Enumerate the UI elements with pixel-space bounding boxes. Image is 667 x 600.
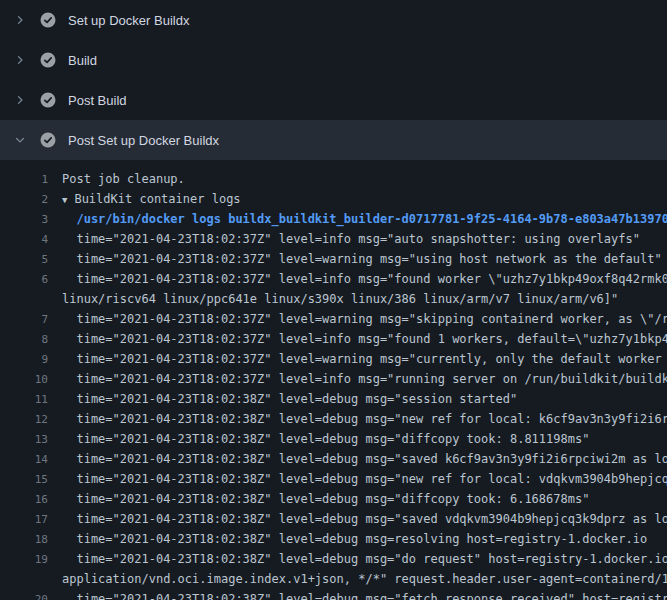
- log-line: 1Post job cleanup.: [0, 169, 667, 189]
- log-line: 8 time="2021-04-23T18:02:37Z" level=info…: [0, 329, 667, 349]
- line-number[interactable]: 11: [0, 390, 48, 409]
- line-number[interactable]: 16: [0, 490, 48, 509]
- log-line: 17 time="2021-04-23T18:02:38Z" level=deb…: [0, 509, 667, 529]
- log-text: time="2021-04-23T18:02:38Z" level=debug …: [62, 409, 667, 429]
- line-number[interactable]: 1: [0, 170, 48, 189]
- log-text: time="2021-04-23T18:02:37Z" level=info m…: [62, 369, 667, 389]
- line-number[interactable]: 18: [0, 530, 48, 549]
- line-number[interactable]: 2: [0, 190, 48, 209]
- log-line: 11 time="2021-04-23T18:02:38Z" level=deb…: [0, 389, 667, 409]
- log-text: time="2021-04-23T18:02:38Z" level=debug …: [62, 489, 589, 509]
- log-lines-container: 1Post job cleanup.2▼BuildKit container l…: [0, 160, 667, 600]
- step-label: Build: [68, 53, 97, 68]
- log-text: time="2021-04-23T18:02:38Z" level=debug …: [62, 449, 667, 469]
- log-text: time="2021-04-23T18:02:38Z" level=debug …: [62, 429, 589, 449]
- log-text: time="2021-04-23T18:02:37Z" level=warnin…: [62, 309, 667, 329]
- log-line: 13 time="2021-04-23T18:02:38Z" level=deb…: [0, 429, 667, 449]
- log-command-text: /usr/bin/docker logs buildx_buildkit_bui…: [62, 209, 667, 229]
- log-text: time="2021-04-23T18:02:38Z" level=debug …: [62, 389, 517, 409]
- chevron-down-icon[interactable]: [12, 132, 28, 148]
- log-text: time="2021-04-23T18:02:37Z" level=warnin…: [62, 249, 662, 269]
- log-line: 20 time="2021-04-23T18:02:38Z" level=deb…: [0, 589, 667, 600]
- line-number[interactable]: 5: [0, 250, 48, 269]
- line-number[interactable]: 4: [0, 230, 48, 249]
- log-line: 4 time="2021-04-23T18:02:37Z" level=info…: [0, 229, 667, 249]
- step-row-post-build[interactable]: Post Build: [0, 80, 667, 120]
- log-line: 14 time="2021-04-23T18:02:38Z" level=deb…: [0, 449, 667, 469]
- log-text: time="2021-04-23T18:02:38Z" level=debug …: [62, 549, 667, 569]
- line-number[interactable]: 3: [0, 210, 48, 229]
- success-check-icon: [40, 52, 56, 68]
- log-text: time="2021-04-23T18:02:37Z" level=info m…: [62, 269, 667, 289]
- group-collapse-icon[interactable]: ▼: [62, 190, 67, 209]
- line-number[interactable]: 19: [0, 550, 48, 569]
- log-line-continuation: application/vnd.oci.image.index.v1+json,…: [0, 569, 667, 589]
- log-line: 3 /usr/bin/docker logs buildx_buildkit_b…: [0, 209, 667, 229]
- line-number[interactable]: 15: [0, 470, 48, 489]
- log-text: time="2021-04-23T18:02:37Z" level=info m…: [62, 329, 667, 349]
- log-text: time="2021-04-23T18:02:38Z" level=debug …: [62, 589, 667, 600]
- log-group-title[interactable]: BuildKit container logs: [74, 189, 240, 209]
- chevron-right-icon[interactable]: [12, 12, 28, 28]
- step-row-post-set-up-docker-buildx[interactable]: Post Set up Docker Buildx: [0, 120, 667, 160]
- log-text: time="2021-04-23T18:02:38Z" level=debug …: [62, 529, 647, 549]
- log-text: time="2021-04-23T18:02:38Z" level=debug …: [62, 509, 667, 529]
- step-row-set-up-docker-buildx[interactable]: Set up Docker Buildx: [0, 0, 667, 40]
- log-text: time="2021-04-23T18:02:37Z" level=info m…: [62, 229, 640, 249]
- log-text: time="2021-04-23T18:02:37Z" level=warnin…: [62, 349, 667, 369]
- line-number[interactable]: 12: [0, 410, 48, 429]
- line-number[interactable]: 14: [0, 450, 48, 469]
- log-line: 9 time="2021-04-23T18:02:37Z" level=warn…: [0, 349, 667, 369]
- success-check-icon: [40, 12, 56, 28]
- step-list: Set up Docker BuildxBuildPost BuildPost …: [0, 0, 667, 160]
- line-number[interactable]: 13: [0, 430, 48, 449]
- chevron-right-icon[interactable]: [12, 92, 28, 108]
- chevron-right-icon[interactable]: [12, 52, 28, 68]
- line-number[interactable]: 8: [0, 330, 48, 349]
- log-line: 2▼BuildKit container logs: [0, 189, 667, 209]
- log-text: Post job cleanup.: [62, 169, 185, 189]
- success-check-icon: [40, 132, 56, 148]
- line-number[interactable]: 20: [0, 590, 48, 600]
- log-line: 19 time="2021-04-23T18:02:38Z" level=deb…: [0, 549, 667, 569]
- step-row-build[interactable]: Build: [0, 40, 667, 80]
- log-line: 16 time="2021-04-23T18:02:38Z" level=deb…: [0, 489, 667, 509]
- step-label: Post Set up Docker Buildx: [68, 133, 219, 148]
- log-line: 10 time="2021-04-23T18:02:37Z" level=inf…: [0, 369, 667, 389]
- line-number[interactable]: 7: [0, 310, 48, 329]
- log-line: 12 time="2021-04-23T18:02:38Z" level=deb…: [0, 409, 667, 429]
- line-number[interactable]: 17: [0, 510, 48, 529]
- log-line: 6 time="2021-04-23T18:02:37Z" level=info…: [0, 269, 667, 289]
- line-number[interactable]: 10: [0, 370, 48, 389]
- step-label: Set up Docker Buildx: [68, 13, 189, 28]
- log-line: 5 time="2021-04-23T18:02:37Z" level=warn…: [0, 249, 667, 269]
- log-line-continuation: linux/riscv64 linux/ppc641e linux/s390x …: [0, 289, 667, 309]
- step-label: Post Build: [68, 93, 127, 108]
- log-line: 7 time="2021-04-23T18:02:37Z" level=warn…: [0, 309, 667, 329]
- success-check-icon: [40, 92, 56, 108]
- log-line: 18 time="2021-04-23T18:02:38Z" level=deb…: [0, 529, 667, 549]
- log-text: linux/riscv64 linux/ppc641e linux/s390x …: [62, 289, 618, 309]
- job-log-viewer: Set up Docker BuildxBuildPost BuildPost …: [0, 0, 667, 600]
- line-number[interactable]: 6: [0, 270, 48, 289]
- log-text: application/vnd.oci.image.index.v1+json,…: [62, 569, 667, 589]
- log-line: 15 time="2021-04-23T18:02:38Z" level=deb…: [0, 469, 667, 489]
- line-number[interactable]: 9: [0, 350, 48, 369]
- log-text: time="2021-04-23T18:02:38Z" level=debug …: [62, 469, 667, 489]
